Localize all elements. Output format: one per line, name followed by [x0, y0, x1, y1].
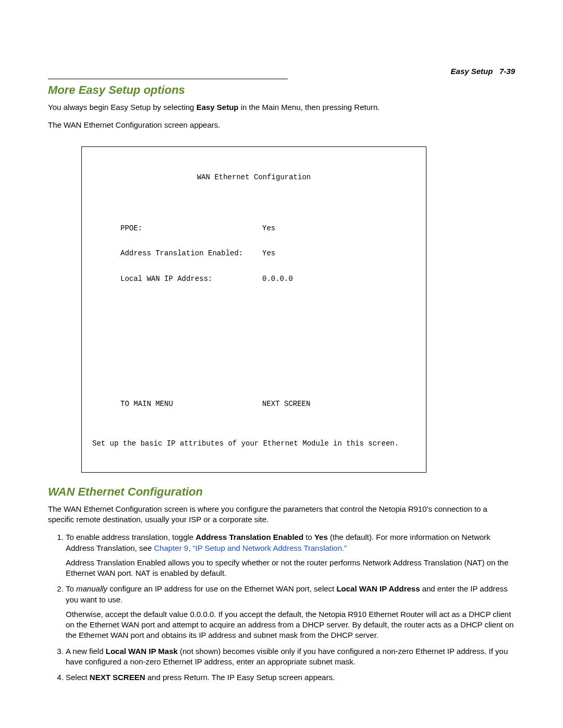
terminal-row-addr-trans: Address Translation Enabled:Yes	[120, 249, 421, 257]
xref-chapter-9[interactable]: Chapter 9, “IP Setup and Network Address…	[154, 544, 347, 552]
terminal-footer: Set up the basic IP attributes of your E…	[92, 439, 421, 448]
terminal-fields: PPOE:Yes Address Translation Enabled:Yes…	[120, 207, 421, 300]
running-title: Easy Setup	[451, 67, 493, 76]
section-title-wan-config: WAN Ethernet Configuration	[48, 485, 515, 499]
steps-list: To enable address translation, toggle Ad…	[48, 532, 515, 683]
terminal-wrap: WAN Ethernet Configuration PPOE:Yes Addr…	[81, 146, 515, 473]
bold-easy-setup: Easy Setup	[197, 103, 239, 112]
step-3: A new field Local WAN IP Mask (not shown…	[66, 646, 515, 668]
terminal-nav: TO MAIN MENUNEXT SCREEN	[120, 400, 421, 408]
page: Easy Setup 7-39 More Easy Setup options …	[0, 0, 563, 728]
intro-paragraph-1: You always begin Easy Setup by selecting…	[48, 102, 515, 113]
wan-intro: The WAN Ethernet Configuration screen is…	[48, 504, 515, 525]
step-2-detail: Otherwise, accept the default value 0.0.…	[66, 609, 515, 641]
intro-paragraph-2: The WAN Ethernet Configuration screen ap…	[48, 120, 515, 130]
terminal-title: WAN Ethernet Configuration	[87, 173, 421, 181]
terminal-row-local-wan-ip: Local WAN IP Address:0.0.0.0	[120, 275, 421, 283]
terminal-nav-main-menu: TO MAIN MENU	[120, 400, 262, 408]
section-title-more-options: More Easy Setup options	[48, 83, 515, 97]
running-head: Easy Setup 7-39	[48, 67, 515, 76]
step-2: To manually configure an IP address for …	[66, 584, 515, 640]
step-1-detail: Address Translation Enabled allows you t…	[66, 558, 515, 579]
terminal-row-ppoe: PPOE:Yes	[120, 224, 421, 232]
step-4: Select NEXT SCREEN and press Return. The…	[66, 672, 515, 683]
terminal-screen: WAN Ethernet Configuration PPOE:Yes Addr…	[81, 146, 426, 473]
terminal-nav-next-screen: NEXT SCREEN	[262, 400, 310, 408]
step-1: To enable address translation, toggle Ad…	[66, 532, 515, 578]
page-ref: 7-39	[499, 67, 515, 76]
header-rule	[48, 79, 288, 79]
